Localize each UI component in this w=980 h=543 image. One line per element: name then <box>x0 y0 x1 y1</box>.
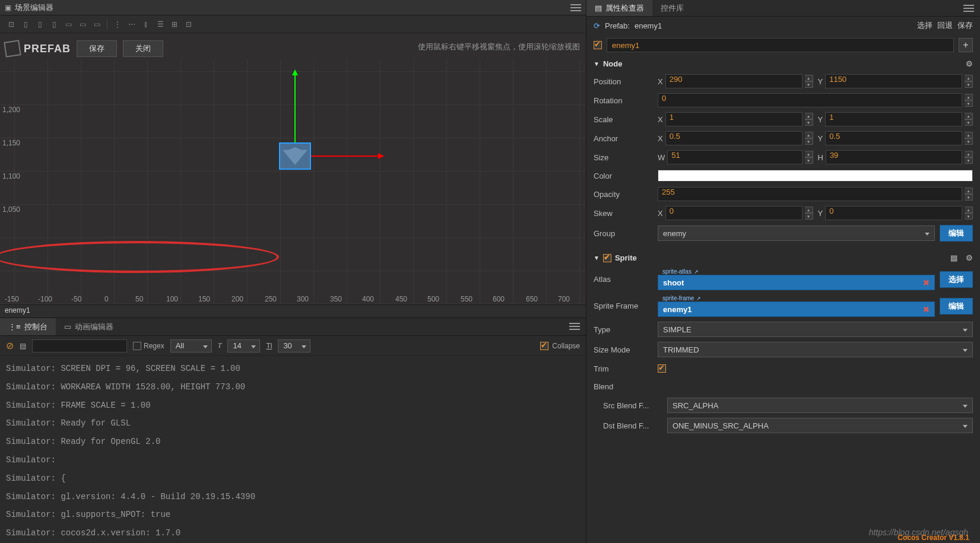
scene-canvas-area[interactable]: PREFAB 保存 关闭 使用鼠标右键平移视窗焦点，使用滚轮缩放视图 1,200… <box>0 33 586 304</box>
console-log-area[interactable]: Simulator: SCREEN DPI = 96, SCREEN SCALE… <box>0 356 586 543</box>
group-edit-button[interactable]: 编辑 <box>940 225 973 242</box>
spinner[interactable]: ▲▼ <box>965 94 973 107</box>
tab-animation[interactable]: ▭动画编辑器 <box>56 318 122 335</box>
gear-icon[interactable]: ⚙ <box>966 253 973 262</box>
x-tick: 250 <box>265 295 277 303</box>
gear-icon[interactable]: ⚙ <box>966 59 973 68</box>
panel-menu-icon[interactable] <box>570 4 581 11</box>
clear-icon[interactable]: ✖ <box>923 305 930 314</box>
prefab-close-button[interactable]: 关闭 <box>123 40 163 57</box>
sprite-frame-edit-button[interactable]: 编辑 <box>940 298 973 315</box>
book-icon[interactable]: ▤ <box>950 253 957 262</box>
tool-distribute-v-icon[interactable]: ⋯ <box>125 18 138 31</box>
spinner[interactable]: ▲▼ <box>805 151 813 164</box>
scale-y-input[interactable]: 1 <box>825 112 962 126</box>
position-y-input[interactable]: 1150 <box>825 74 962 88</box>
scene-grid[interactable]: 1,200 1,150 1,100 1,050 -150 -100 -50 0 … <box>0 59 586 304</box>
spinner[interactable]: ▲▼ <box>805 132 813 145</box>
console-search-input[interactable] <box>32 339 127 353</box>
filter-dropdown[interactable]: All <box>170 339 212 353</box>
x-tick: 600 <box>493 295 505 303</box>
spinner[interactable]: ▲▼ <box>965 113 973 126</box>
log-line: Simulator: SCREEN DPI = 96, SCREEN SCALE… <box>6 360 580 378</box>
panel-menu-icon[interactable] <box>963 5 974 12</box>
tool-grid-icon[interactable]: ⊞ <box>168 18 181 31</box>
atlas-field[interactable]: shoot✖ <box>658 275 935 290</box>
src-blend-dropdown[interactable]: SRC_ALPHA <box>667 398 973 413</box>
sprite-frame-field[interactable]: enemy1✖ <box>658 301 935 317</box>
node-name-row: + <box>586 34 980 56</box>
tool-snap-icon[interactable]: ⊡ <box>182 18 195 31</box>
scale-x-input[interactable]: 1 <box>665 112 803 126</box>
enemy-ship-icon <box>283 147 307 165</box>
tool-align-right-icon[interactable]: ▯ <box>47 18 61 31</box>
prefab-name: enemy1 <box>635 21 662 30</box>
atlas-select-button[interactable]: 选择 <box>940 271 973 288</box>
panel-menu-icon[interactable] <box>569 323 580 330</box>
anchor-y-input[interactable]: 0.5 <box>825 131 962 145</box>
log-line: Simulator: { <box>6 469 580 488</box>
tool-align-center-icon[interactable]: ▯ <box>33 18 46 31</box>
node-active-checkbox[interactable] <box>594 41 602 49</box>
trim-checkbox[interactable] <box>658 364 666 373</box>
scene-status: enemy1 <box>0 304 586 317</box>
prefab-save-button[interactable]: 保存 <box>77 40 117 57</box>
font-size-dropdown[interactable]: 14 <box>227 339 260 353</box>
spinner[interactable]: ▲▼ <box>805 207 813 220</box>
size-w-input[interactable]: 51 <box>667 150 802 164</box>
tab-console[interactable]: ⋮≡控制台 <box>0 318 56 335</box>
prefab-save-button[interactable]: 保存 <box>957 20 973 31</box>
skew-x-input[interactable]: 0 <box>665 206 803 220</box>
tool-distribute-h-icon[interactable]: ⋮ <box>111 18 124 31</box>
spinner[interactable]: ▲▼ <box>965 132 973 145</box>
scene-gizmo[interactable] <box>279 142 311 170</box>
label-sprite-frame: Sprite Frame <box>594 301 653 310</box>
console-toolbar: ⊘ ▤ Regex All T 14 Tl 30 Collapse <box>0 336 586 356</box>
sprite-enabled-checkbox[interactable] <box>603 254 611 262</box>
spinner[interactable]: ▲▼ <box>965 207 973 220</box>
tab-inspector[interactable]: ▤属性检查器 <box>586 0 652 16</box>
color-swatch[interactable] <box>658 170 973 182</box>
file-filter-icon[interactable]: ▤ <box>20 342 26 350</box>
anchor-x-input[interactable]: 0.5 <box>665 131 803 145</box>
group-dropdown[interactable]: enemy <box>658 226 935 241</box>
size-h-input[interactable]: 39 <box>826 150 962 164</box>
clear-console-icon[interactable]: ⊘ <box>6 340 14 351</box>
prefab-select-button[interactable]: 选择 <box>917 20 933 31</box>
spinner[interactable]: ▲▼ <box>965 75 973 88</box>
opacity-input[interactable]: 255 <box>658 187 962 201</box>
sprite-type-dropdown[interactable]: SIMPLE <box>658 322 973 337</box>
spinner[interactable]: ▲▼ <box>965 151 973 164</box>
rotation-input[interactable]: 0 <box>658 93 962 107</box>
node-section-header[interactable]: ▼Node ⚙ <box>586 56 980 72</box>
skew-y-input[interactable]: 0 <box>825 206 962 220</box>
selected-sprite[interactable] <box>279 142 311 170</box>
tool-align-left-icon[interactable]: ▯ <box>19 18 32 31</box>
add-component-button[interactable]: + <box>959 38 973 52</box>
tab-widgets[interactable]: 控件库 <box>652 0 692 16</box>
x-tick: 300 <box>297 295 309 303</box>
label-src-blend: Src Blend F... <box>603 401 662 410</box>
node-name-input[interactable] <box>607 38 954 52</box>
collapse-toggle[interactable]: Collapse <box>540 342 580 350</box>
clear-icon[interactable]: ✖ <box>923 278 930 287</box>
spinner[interactable]: ▲▼ <box>965 188 973 201</box>
tool-spacing-h-icon[interactable]: ⫿ <box>139 18 153 31</box>
spinner[interactable]: ▲▼ <box>805 75 813 88</box>
line-height-dropdown[interactable]: 30 <box>278 339 310 353</box>
sprite-section-header[interactable]: ▼Sprite ▤ ⚙ <box>586 250 980 266</box>
size-mode-dropdown[interactable]: TRIMMED <box>658 342 973 357</box>
prefab-header-row: ⟳ Prefab: enemy1 选择 回退 保存 <box>586 17 980 34</box>
dst-blend-dropdown[interactable]: ONE_MINUS_SRC_ALPHA <box>667 418 973 433</box>
tool-align-bottom-icon[interactable]: ▭ <box>90 18 103 31</box>
tool-move-icon[interactable]: ⊡ <box>5 18 18 31</box>
prefab-revert-button[interactable]: 回退 <box>937 20 953 31</box>
position-x-input[interactable]: 290 <box>665 74 803 88</box>
tool-spacing-v-icon[interactable]: ☰ <box>154 18 167 31</box>
tool-align-middle-icon[interactable]: ▭ <box>76 18 89 31</box>
prefab-cube-icon <box>4 40 21 57</box>
regex-toggle[interactable]: Regex <box>133 342 164 350</box>
tool-align-top-icon[interactable]: ▭ <box>62 18 75 31</box>
spinner[interactable]: ▲▼ <box>805 113 813 126</box>
asset-tag: sprite-frame↗ <box>658 295 935 301</box>
